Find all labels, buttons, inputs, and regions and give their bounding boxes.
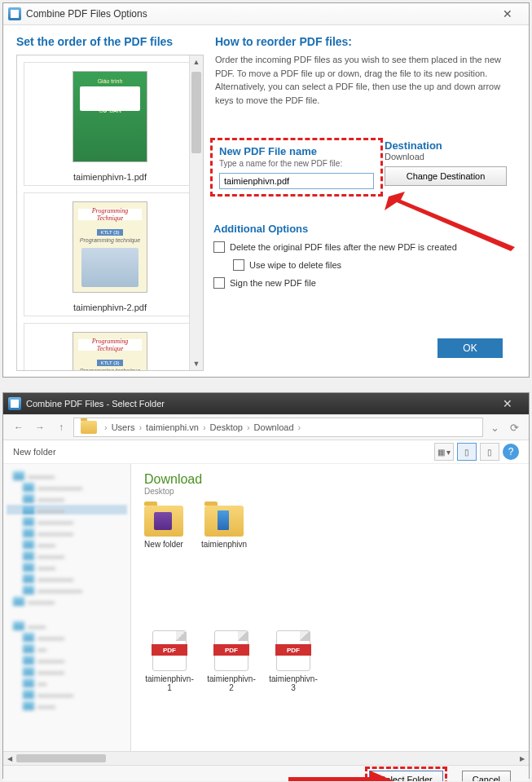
view-grid-icon[interactable]: ▦ ▾ bbox=[434, 443, 454, 461]
scroll-left-icon[interactable]: ◀ bbox=[3, 753, 16, 764]
checkbox-icon bbox=[213, 241, 225, 253]
combine-options-dialog: Combine PDF Files Options ✕ Set the orde… bbox=[2, 2, 530, 378]
location-subtext: Desktop bbox=[144, 487, 516, 496]
folder-item[interactable]: New folder bbox=[144, 506, 183, 549]
svg-marker-1 bbox=[288, 771, 394, 781]
newname-help: Type a name for the new PDF file: bbox=[219, 159, 374, 168]
content-pane: Download Desktop New folder taimienphivn… bbox=[131, 464, 529, 751]
order-heading: Set the order of the PDF files bbox=[16, 35, 204, 48]
dialog-title: Combine PDF Files Options bbox=[26, 8, 491, 20]
up-icon[interactable]: ↑ bbox=[52, 418, 70, 436]
file-item[interactable]: PDF taimienphivn-1 bbox=[144, 630, 195, 692]
pdf-filename: taimienphivn-2.pdf bbox=[29, 299, 191, 312]
location-heading: Download bbox=[144, 472, 516, 487]
pdf-filename: taimienphivn-1.pdf bbox=[29, 169, 191, 182]
pdf-thumbnail: Programming Technique KTLT (3) Programmi… bbox=[73, 201, 147, 293]
forward-icon[interactable]: → bbox=[31, 418, 49, 436]
close-icon[interactable]: ✕ bbox=[491, 395, 524, 412]
folder-tree[interactable]: ▬▬▬ ▬▬▬▬▬ ▬▬▬ ▬▬▬ ▬▬▬▬ ▬▬▬▬ ▬▬ ▬▬▬ ▬▬ ▬▬… bbox=[3, 464, 131, 751]
sign-pdf-checkbox[interactable]: Sign the new PDF file bbox=[213, 277, 457, 289]
app-icon bbox=[8, 7, 21, 20]
scroll-down-icon[interactable]: ▼ bbox=[190, 357, 203, 370]
destination-heading: Destination bbox=[385, 139, 507, 152]
scroll-thumb[interactable] bbox=[191, 72, 201, 153]
app-icon bbox=[8, 397, 21, 410]
delete-originals-checkbox[interactable]: Delete the original PDF files after the … bbox=[213, 241, 457, 253]
dialog-title: Combine PDF Files - Select Folder bbox=[26, 399, 491, 409]
newname-heading: New PDF File name bbox=[219, 145, 374, 157]
pdf-file-icon: PDF bbox=[276, 630, 310, 671]
pdf-file-icon: PDF bbox=[214, 630, 248, 671]
help-icon[interactable]: ? bbox=[503, 444, 519, 460]
folder-item[interactable]: taimienphivn bbox=[201, 506, 247, 549]
ok-button[interactable]: OK bbox=[437, 338, 503, 358]
addopts-heading: Additional Options bbox=[213, 223, 457, 235]
pdf-list: Giáo trình JAVA CƠ BẢN taimienphivn-1.pd… bbox=[16, 55, 204, 371]
new-folder-button[interactable]: New folder bbox=[13, 447, 56, 457]
checkbox-icon bbox=[213, 277, 225, 289]
annotation-arrow-icon bbox=[288, 769, 394, 781]
scroll-right-icon[interactable]: ▶ bbox=[516, 753, 529, 764]
close-icon[interactable]: ✕ bbox=[491, 6, 524, 22]
dropdown-icon[interactable]: ⌄ bbox=[486, 419, 503, 435]
pdf-item[interactable]: Giáo trình JAVA CƠ BẢN taimienphivn-1.pd… bbox=[24, 62, 196, 186]
filename-input[interactable] bbox=[219, 173, 374, 189]
checkbox-icon bbox=[233, 259, 244, 271]
titlebar[interactable]: Combine PDF Files - Select Folder ✕ bbox=[3, 393, 529, 415]
use-wipe-checkbox[interactable]: Use wipe to delete files bbox=[233, 259, 457, 271]
scroll-thumb[interactable] bbox=[16, 754, 106, 762]
cancel-button[interactable]: Cancel bbox=[462, 771, 511, 781]
pdf-thumbnail: Giáo trình JAVA CƠ BẢN bbox=[73, 71, 147, 162]
titlebar[interactable]: Combine PDF Files Options ✕ bbox=[3, 3, 529, 25]
horizontal-scrollbar[interactable]: ◀ ▶ bbox=[3, 751, 529, 765]
dialog-footer: Select Folder Cancel bbox=[3, 765, 529, 781]
pdf-thumbnail: Programming Technique KTLT (3) Programmi… bbox=[73, 332, 147, 371]
filename-highlight: New PDF File name Type a name for the ne… bbox=[210, 138, 383, 197]
change-destination-button[interactable]: Change Destination bbox=[385, 166, 507, 186]
file-item[interactable]: PDF taimienphivn-3 bbox=[268, 630, 319, 692]
pdf-item[interactable]: Programming Technique KTLT (3) Programmi… bbox=[24, 323, 196, 371]
folder-icon bbox=[81, 421, 97, 434]
select-folder-dialog: Combine PDF Files - Select Folder ✕ ← → … bbox=[2, 392, 530, 779]
pdf-item[interactable]: Programming Technique KTLT (3) Programmi… bbox=[24, 192, 196, 316]
preview-pane-icon[interactable]: ▯ bbox=[457, 443, 477, 461]
howto-heading: How to reorder PDF files: bbox=[215, 35, 516, 48]
file-item[interactable]: PDF taimienphivn-2 bbox=[206, 630, 257, 692]
address-toolbar: ← → ↑ › Users › taimienphi.vn › Desktop … bbox=[3, 415, 529, 440]
folder-icon bbox=[144, 506, 183, 537]
scroll-up-icon[interactable]: ▲ bbox=[190, 55, 203, 68]
scrollbar[interactable]: ▲ ▼ bbox=[189, 55, 203, 370]
destination-value: Download bbox=[385, 152, 507, 161]
breadcrumb[interactable]: › Users › taimienphi.vn › Desktop › Down… bbox=[73, 418, 483, 437]
folder-icon bbox=[204, 506, 244, 537]
refresh-icon[interactable]: ⟳ bbox=[506, 419, 522, 435]
back-icon[interactable]: ← bbox=[10, 418, 28, 436]
command-toolbar: New folder ▦ ▾ ▯ ▯ ? bbox=[3, 440, 529, 464]
howto-text: Order the incoming PDF files as you wish… bbox=[215, 53, 516, 107]
pdf-file-icon: PDF bbox=[152, 630, 187, 671]
details-pane-icon[interactable]: ▯ bbox=[480, 443, 499, 461]
